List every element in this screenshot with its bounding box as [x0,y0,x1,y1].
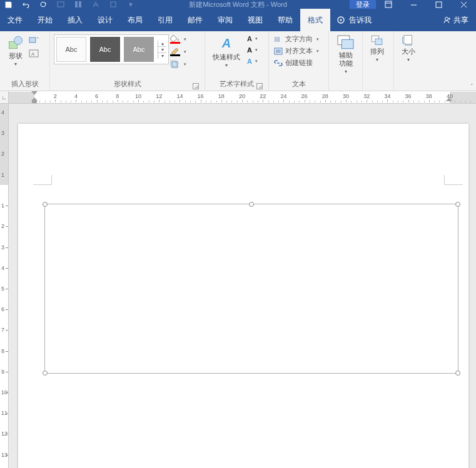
group-label-arrange [367,79,390,91]
vertical-ruler[interactable]: 432112345678910111213141516 [0,104,9,468]
shapes-button[interactable]: 形状 ▾ [4,33,28,68]
svg-rect-5 [385,1,392,7]
gallery-up-icon[interactable]: ▴ [158,41,166,47]
resize-handle-ne[interactable] [455,202,460,207]
minimize-icon[interactable] [401,0,426,9]
ribbon: 形状 ▾ A 插入形状 Abc Abc Abc ▴ ▾ ▾ [0,31,476,91]
create-link-button[interactable]: 创建链接 [274,58,319,67]
qat-icon-3[interactable] [91,0,100,9]
text-fill-button[interactable]: A▾ [245,35,258,42]
qat-icon-1[interactable] [56,0,65,9]
ribbon-tabs: 文件 开始 插入 设计 布局 引用 邮件 审阅 视图 帮助 格式 告诉我 共享 [0,9,476,31]
login-button[interactable]: 登录 [350,0,376,9]
qat-icon-2[interactable] [74,0,83,9]
svg-rect-8 [436,2,442,7]
title-bar: ▾ 新建Microsoft Word 文档 - Word 登录 [0,0,476,9]
horizontal-ruler[interactable]: ∟ 246810121416182022242628303234363840 [0,91,476,104]
quick-styles-button[interactable]: A 快速样式 ▾ [209,33,244,69]
launcher-icon[interactable] [256,83,263,89]
group-label-text: 文本 [273,79,325,91]
group-wordart-styles: A 快速样式 ▾ A▾ A▾ A▾ 艺术字样式 [205,31,269,91]
tab-help[interactable]: 帮助 [270,9,300,31]
group-label-size [398,79,422,91]
resize-handle-se[interactable] [455,371,460,376]
shape-fill-button[interactable]: ▾ [170,35,186,44]
undo-icon[interactable] [21,0,30,9]
gallery-scroll: ▴ ▾ ▾ [158,41,166,59]
accessibility-button[interactable]: 辅助功能 ▾ [333,33,358,76]
share-button[interactable]: 共享 [435,9,476,31]
selected-textbox[interactable] [44,204,458,374]
style-swatch-3[interactable]: Abc [124,37,154,62]
margin-corner-tr [444,175,463,185]
accessibility-label: 辅助功能 [337,51,355,67]
gallery-more-icon[interactable]: ▾ [158,53,166,59]
group-label-shape-styles: 形状样式 [54,79,201,91]
svg-rect-4 [111,2,116,7]
group-arrange: 排列 ▾ [363,31,394,91]
svg-text:A: A [31,51,35,57]
align-text-button[interactable]: 对齐文本▾ [274,46,319,56]
first-line-indent[interactable] [31,91,38,95]
group-insert-shapes: 形状 ▾ A 插入形状 [0,31,50,91]
hanging-indent[interactable] [31,97,38,104]
document-title: 新建Microsoft Word 文档 - Word [189,0,287,9]
shape-outline-button[interactable]: ▾ [170,47,186,56]
svg-point-13 [14,36,23,44]
save-icon[interactable] [4,0,13,9]
size-button[interactable]: 大小 ▾ [398,33,419,64]
tab-selector[interactable]: ∟ [0,91,9,104]
tab-review[interactable]: 审阅 [210,9,240,31]
resize-handle-sw[interactable] [43,371,48,376]
close-icon[interactable] [451,0,476,9]
svg-rect-14 [29,37,36,42]
ribbon-display-icon[interactable] [376,0,401,9]
group-label-wordart: 艺术字样式 [209,79,265,91]
svg-rect-27 [404,36,412,44]
gallery-down-icon[interactable]: ▾ [158,47,166,53]
style-gallery[interactable]: Abc Abc Abc ▴ ▾ ▾ [54,34,169,64]
repeat-icon[interactable] [39,0,48,9]
page[interactable] [18,124,468,468]
style-swatch-2[interactable]: Abc [90,37,120,62]
text-effects-button[interactable]: A▾ [245,57,258,65]
tab-format[interactable]: 格式 [300,9,330,31]
qat-icon-4[interactable] [109,0,118,9]
shape-effects-button[interactable]: ▾ [170,60,186,69]
style-swatch-1[interactable]: Abc [56,37,86,62]
tab-references[interactable]: 引用 [150,9,180,31]
chevron-down-icon: ▾ [407,57,410,62]
svg-point-11 [445,17,448,21]
chevron-down-icon: ▾ [376,57,378,62]
resize-handle-nw[interactable] [43,202,48,207]
tab-insert[interactable]: 插入 [60,9,90,31]
group-size: 大小 ▾ [394,31,425,91]
text-box-icon[interactable]: A [29,49,40,58]
edit-shape-icon[interactable] [29,36,40,44]
quick-styles-label: 快速样式 [213,53,240,61]
tab-home[interactable]: 开始 [30,9,60,31]
margin-corner-tl [33,175,52,185]
arrange-button[interactable]: 排列 ▾ [367,33,388,64]
document-canvas[interactable] [9,104,476,468]
group-accessibility: 辅助功能 ▾ [329,31,363,91]
tab-layout[interactable]: 布局 [120,9,150,31]
collapse-ribbon-icon[interactable]: ˄ [470,83,473,89]
tab-view[interactable]: 视图 [240,9,270,31]
tell-me[interactable]: 告诉我 [330,9,378,31]
launcher-icon[interactable] [193,83,199,89]
resize-handle-n[interactable] [249,202,254,207]
group-text: 文字方向▾ 对齐文本▾ 创建链接 文本 [269,31,329,91]
size-label: 大小 [402,47,415,56]
tab-mailings[interactable]: 邮件 [180,9,210,31]
group-label-access [333,79,358,91]
tab-file[interactable]: 文件 [0,9,30,31]
text-outline-button[interactable]: A▾ [245,46,258,54]
tab-design[interactable]: 设计 [90,9,120,31]
group-shape-styles: Abc Abc Abc ▴ ▾ ▾ ▾ ▾ ▾ 形状样式 [50,31,205,91]
text-direction-button[interactable]: 文字方向▾ [274,34,319,44]
maximize-icon[interactable] [426,0,451,9]
qat-customize-icon[interactable]: ▾ [126,0,135,9]
shapes-label: 形状 [9,52,23,60]
svg-rect-24 [342,39,353,48]
